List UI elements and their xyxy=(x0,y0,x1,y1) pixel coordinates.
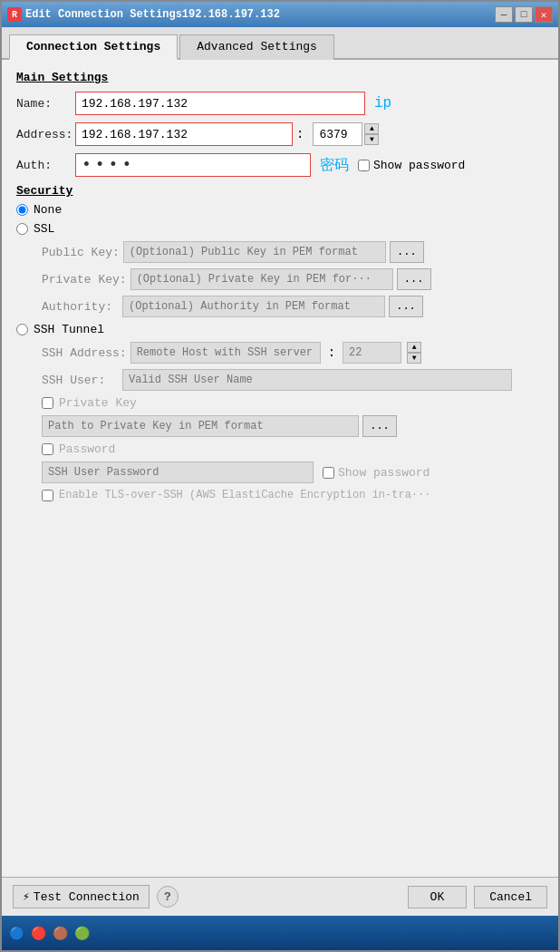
ssh-private-key-path-input xyxy=(42,415,359,437)
ssh-password-input xyxy=(42,461,314,483)
ssh-private-key-checkbox-label: Private Key xyxy=(59,396,137,410)
tls-row: Enable TLS-over-SSH (AWS ElastiCache Enc… xyxy=(42,489,544,501)
security-ssl-label: SSL xyxy=(34,222,54,236)
ssl-authority-row: Authority: ... xyxy=(42,296,544,317)
ssl-private-key-input xyxy=(130,268,393,290)
ssl-authority-browse-button[interactable]: ... xyxy=(389,296,423,317)
security-ssh-row: SSH Tunnel xyxy=(16,323,544,336)
main-content: Main Settings Name: ip Address: : ▲ ▼ Au… xyxy=(2,60,558,877)
ssh-password-checkbox xyxy=(42,443,53,455)
address-label: Address: xyxy=(16,128,75,141)
ssh-user-input xyxy=(122,369,512,391)
name-row: Name: ip xyxy=(16,92,544,115)
ssl-private-key-label: Private Key: xyxy=(42,273,127,287)
ssh-address-input xyxy=(130,342,321,364)
ssh-user-row: SSH User: xyxy=(42,369,544,391)
name-label: Name: xyxy=(16,97,75,111)
tls-checkbox xyxy=(42,490,53,501)
ssl-public-key-row: Public Key: ... xyxy=(42,241,544,263)
security-title: Security xyxy=(16,184,544,198)
security-section: Security None SSL Public Key: ... Priva xyxy=(16,184,544,501)
taskbar-icon-4[interactable]: 🟢 xyxy=(72,924,91,942)
ssh-password-checkbox-label: Password xyxy=(59,442,115,456)
tab-advanced-settings[interactable]: Advanced Settings xyxy=(179,34,334,60)
ssl-fields: Public Key: ... Private Key: ... Authori… xyxy=(42,241,544,317)
auth-input[interactable] xyxy=(75,153,311,177)
ssh-password-checkbox-row: Password xyxy=(42,442,544,456)
tab-bar: Connection Settings Advanced Settings xyxy=(2,27,558,60)
show-password-label: Show password xyxy=(373,159,465,172)
ssh-port-spinner: ▲ ▼ xyxy=(407,342,421,364)
main-settings-title: Main Settings xyxy=(16,71,544,84)
ssh-show-password-label: Show password xyxy=(338,466,430,480)
taskbar: 🔵 🔴 🟤 🟢 xyxy=(2,916,558,950)
ssh-private-key-browse-button: ... xyxy=(362,415,397,437)
window-title: Edit Connection Settings192.168.197.132 xyxy=(25,8,280,21)
security-none-row: None xyxy=(16,203,544,217)
cancel-button[interactable]: Cancel xyxy=(474,886,547,908)
ssl-public-key-input xyxy=(123,241,386,263)
colon-separator: : xyxy=(296,127,304,141)
title-bar: R Edit Connection Settings192.168.197.13… xyxy=(2,2,558,27)
ip-annotation: ip xyxy=(374,95,391,112)
ssh-private-key-checkbox xyxy=(42,397,53,409)
ssl-private-key-browse-button[interactable]: ... xyxy=(397,268,431,290)
help-button[interactable]: ? xyxy=(157,886,179,908)
auth-row: Auth: 密码 Show password xyxy=(16,153,544,177)
ssh-password-row: Show password xyxy=(42,461,544,483)
tab-connection-settings[interactable]: Connection Settings xyxy=(9,34,178,60)
security-none-label: None xyxy=(34,203,62,217)
footer: ⚡ Test Connection ? OK Cancel xyxy=(2,877,558,916)
ssl-authority-label: Authority: xyxy=(42,300,119,314)
ssl-private-key-row: Private Key: ... xyxy=(42,268,544,290)
ssl-public-key-label: Public Key: xyxy=(42,246,120,259)
test-connection-label: Test Connection xyxy=(34,890,140,904)
test-connection-icon: ⚡ xyxy=(23,889,30,904)
ssl-public-key-browse-button[interactable]: ... xyxy=(390,241,424,263)
ssl-authority-input xyxy=(122,296,385,317)
tls-label: Enable TLS-over-SSH (AWS ElastiCache Enc… xyxy=(59,489,430,501)
show-password-checkbox[interactable] xyxy=(358,160,370,171)
close-button[interactable]: ✕ xyxy=(535,6,553,23)
ssh-port-up-button: ▲ xyxy=(407,342,421,353)
security-ssl-row: SSL xyxy=(16,222,544,236)
ssh-show-password-checkbox xyxy=(323,467,334,479)
auth-annotation: 密码 xyxy=(320,156,349,175)
security-ssh-radio[interactable] xyxy=(16,324,28,335)
ssh-show-password-row: Show password xyxy=(323,466,430,480)
ssh-colon: : xyxy=(328,345,335,360)
name-input[interactable] xyxy=(75,92,365,115)
taskbar-icon-1[interactable]: 🔵 xyxy=(7,924,25,942)
security-none-radio[interactable] xyxy=(16,204,28,216)
ssh-user-label: SSH User: xyxy=(42,374,119,387)
ssh-port-down-button: ▼ xyxy=(407,353,421,364)
app-icon: R xyxy=(7,7,22,22)
address-row: Address: : ▲ ▼ xyxy=(16,122,544,146)
ssh-address-row: SSH Address: : ▲ ▼ xyxy=(42,342,544,364)
minimize-button[interactable]: — xyxy=(495,6,513,23)
ok-button[interactable]: OK xyxy=(408,886,468,908)
taskbar-icon-2[interactable]: 🔴 xyxy=(29,924,47,942)
port-up-button[interactable]: ▲ xyxy=(364,123,379,134)
taskbar-icon-3[interactable]: 🟤 xyxy=(51,924,69,942)
auth-label: Auth: xyxy=(16,159,75,172)
ssh-port-input xyxy=(343,342,401,364)
security-ssh-label: SSH Tunnel xyxy=(34,323,104,336)
ssh-private-key-path-row: ... xyxy=(42,415,544,437)
port-input[interactable] xyxy=(313,122,362,146)
ssh-section: SSH Address: : ▲ ▼ SSH User: Priva xyxy=(42,342,544,501)
test-connection-button[interactable]: ⚡ Test Connection xyxy=(13,885,150,908)
maximize-button[interactable]: □ xyxy=(515,6,533,23)
ssh-address-label: SSH Address: xyxy=(42,346,127,360)
security-ssl-radio[interactable] xyxy=(16,223,28,235)
port-down-button[interactable]: ▼ xyxy=(364,134,379,145)
show-password-row: Show password xyxy=(358,159,465,172)
ssh-private-key-checkbox-row: Private Key xyxy=(42,396,544,410)
address-input[interactable] xyxy=(75,122,293,146)
port-spinner[interactable]: ▲ ▼ xyxy=(364,123,379,145)
